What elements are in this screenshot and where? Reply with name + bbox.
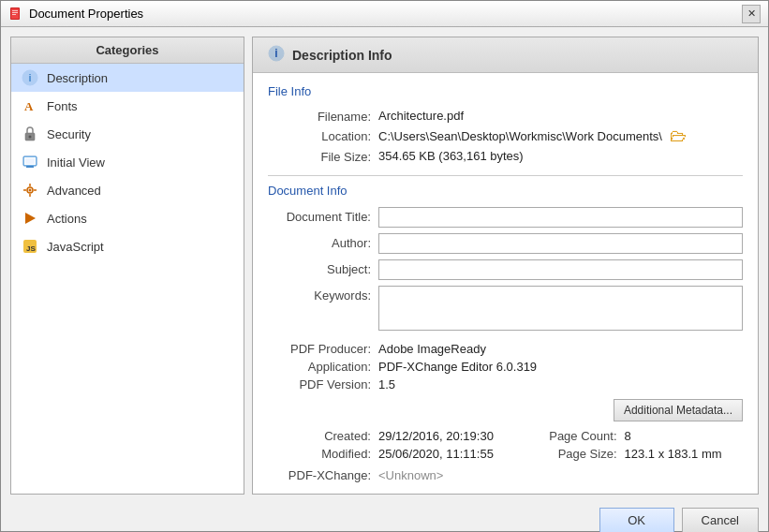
producer-value: Adobe ImageReady	[378, 342, 743, 356]
initial-view-icon	[21, 153, 39, 171]
stats-row-2: Modified: 25/06/2020, 11:11:55 Page Size…	[268, 447, 743, 461]
pagecount-value: 8	[625, 429, 744, 443]
subject-input[interactable]	[378, 259, 743, 280]
pagesize-value: 123.1 x 183.1 mm	[625, 447, 744, 461]
sidebar-item-description[interactable]: i Description	[11, 64, 244, 92]
file-info-grid: Filename: Architecture.pdf Location: C:\…	[268, 108, 743, 164]
pdfxchange-label: PDF-XChange:	[268, 468, 371, 482]
sidebar-item-actions[interactable]: Actions	[11, 204, 244, 232]
svg-rect-4	[12, 14, 16, 15]
author-label: Author:	[268, 233, 371, 254]
svg-rect-13	[26, 166, 34, 168]
categories-header: Categories	[11, 37, 244, 64]
content-header-title: Description Info	[292, 48, 392, 63]
actions-icon	[21, 209, 39, 228]
created-value: 29/12/2016, 20:19:30	[378, 429, 497, 443]
sidebar-item-security[interactable]: Security	[11, 120, 244, 148]
divider-1	[268, 175, 743, 176]
categories-panel: Categories i Description	[10, 37, 244, 495]
sidebar-item-label-javascript: JavaScript	[47, 240, 104, 254]
sidebar-item-label-advanced: Advanced	[47, 184, 101, 198]
window-body: Categories i Description	[1, 27, 768, 532]
metadata-button-row: Additional Metadata...	[268, 399, 743, 421]
cancel-button[interactable]: Cancel	[682, 508, 759, 532]
document-properties-window: Document Properties ✕ Categories i	[0, 0, 769, 532]
sidebar-item-label-initial-view: Initial View	[47, 155, 105, 170]
sidebar-item-label-description: Description	[47, 71, 108, 85]
svg-text:i: i	[28, 72, 31, 83]
application-value: PDF-XChange Editor 6.0.319	[378, 360, 743, 374]
filesize-value: 354.65 KB (363,161 bytes)	[378, 148, 743, 164]
sidebar-item-javascript[interactable]: JS JavaScript	[11, 232, 244, 260]
javascript-icon: JS	[21, 237, 39, 256]
sidebar-item-fonts[interactable]: A Fonts	[11, 92, 244, 120]
window-title: Document Properties	[29, 7, 143, 21]
stats-row-1: Created: 29/12/2016, 20:19:30 Page Count…	[268, 429, 743, 443]
svg-text:A: A	[24, 99, 34, 113]
fonts-icon: A	[21, 96, 39, 115]
modified-label: Modified:	[268, 447, 371, 461]
svg-rect-3	[12, 12, 18, 13]
sidebar-item-advanced[interactable]: Advanced	[11, 176, 244, 204]
ok-button[interactable]: OK	[599, 508, 674, 532]
modified-value: 25/06/2020, 11:11:55	[378, 447, 497, 461]
pagesize-label: Page Size:	[505, 447, 617, 461]
location-value: C:\Users\Sean\Desktop\Workmisc\Work Docu…	[378, 127, 743, 144]
svg-rect-2	[12, 10, 18, 11]
title-bar: Document Properties ✕	[1, 1, 768, 27]
sidebar-item-label-actions: Actions	[47, 212, 87, 226]
svg-text:i: i	[274, 47, 277, 60]
svg-marker-20	[25, 213, 36, 224]
keywords-label: Keywords:	[268, 286, 371, 331]
categories-list: i Description A Fonts	[11, 64, 244, 494]
svg-text:JS: JS	[26, 244, 36, 253]
pagecount-label: Page Count:	[505, 429, 617, 443]
producer-label: PDF Producer:	[268, 342, 371, 356]
location-label: Location:	[268, 127, 371, 144]
security-icon	[21, 125, 39, 143]
content-panel: i Description Info File Info Filename: A…	[252, 37, 759, 495]
file-info-section-title: File Info	[268, 84, 743, 98]
content-body: File Info Filename: Architecture.pdf Loc…	[253, 73, 758, 494]
doc-info-form: Document Title: Author: Subject: Keyword…	[268, 207, 743, 331]
created-label: Created:	[268, 429, 371, 443]
subject-label: Subject:	[268, 259, 371, 280]
doctitle-input[interactable]	[378, 207, 743, 228]
doctitle-label: Document Title:	[268, 207, 371, 228]
filesize-label: File Size:	[268, 148, 371, 164]
author-input[interactable]	[378, 233, 743, 254]
advanced-icon	[21, 181, 39, 200]
sidebar-item-label-fonts: Fonts	[47, 99, 78, 113]
open-folder-button[interactable]: 🗁	[670, 127, 687, 144]
content-header-icon: i	[268, 45, 285, 65]
footer: OK Cancel	[10, 502, 759, 532]
svg-point-15	[29, 189, 32, 192]
content-header: i Description Info	[253, 37, 758, 73]
pdfversion-label: PDF Version:	[268, 377, 371, 392]
description-icon: i	[21, 68, 39, 87]
pdfxchange-value: <Unknown>	[378, 468, 743, 482]
pdfversion-value: 1.5	[378, 377, 743, 392]
producer-grid: PDF Producer: Adobe ImageReady Applicati…	[268, 342, 743, 392]
doc-info-section-title: Document Info	[268, 184, 743, 198]
sidebar-item-initial-view[interactable]: Initial View	[11, 148, 244, 176]
svg-rect-1	[11, 8, 19, 19]
filename-label: Filename:	[268, 108, 371, 124]
additional-metadata-button[interactable]: Additional Metadata...	[614, 399, 743, 421]
svg-point-9	[29, 136, 32, 139]
pdfxchange-row: PDF-XChange: <Unknown>	[268, 468, 743, 482]
filename-value: Architecture.pdf	[378, 108, 743, 124]
main-content: Categories i Description	[10, 37, 759, 495]
keywords-textarea[interactable]	[378, 286, 743, 331]
close-button[interactable]: ✕	[742, 5, 761, 23]
app-icon	[8, 7, 23, 22]
svg-rect-12	[25, 158, 35, 164]
application-label: Application:	[268, 360, 371, 374]
sidebar-item-label-security: Security	[47, 127, 91, 141]
